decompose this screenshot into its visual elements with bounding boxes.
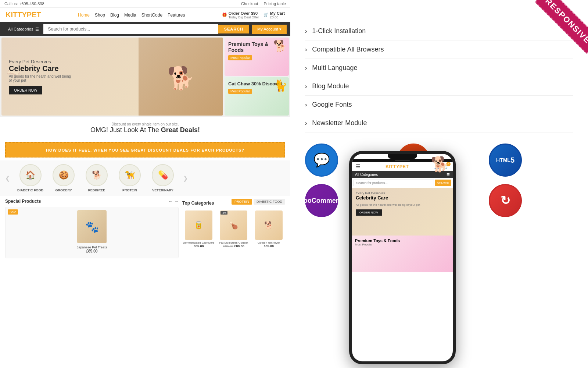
cart-value: £0.00 <box>270 15 285 19</box>
hero-content: Every Pet Deserves Celebrity Care All go… <box>9 59 75 95</box>
special-nav-arrows: ← → <box>168 199 179 204</box>
account-button[interactable]: My Account ▾ <box>252 25 287 34</box>
category-pedigree[interactable]: 🐕 PEDIGREE <box>84 164 110 192</box>
nav-media[interactable]: Media <box>124 13 136 18</box>
hero-main: 🦴 Every Pet Deserves Celebrity Care All … <box>1 38 223 116</box>
diabetic-label: DIABETIC FOOD <box>17 188 43 192</box>
order-now-button[interactable]: ORDER NOW <box>9 86 42 95</box>
deals-subtitle: Discount on every single item on our sit… <box>5 122 285 126</box>
menu-icon: ☰ <box>35 27 39 32</box>
cart-label: My Cart <box>270 11 285 15</box>
header: KITTYPET Home Shop Blog Media ShortCode … <box>0 8 290 22</box>
cat-prev-arrow[interactable]: ❮ <box>5 175 10 182</box>
small-product-img-1: 🥫 <box>185 210 212 240</box>
logo: KITTYPET <box>6 11 41 19</box>
sale-badge: Sale <box>8 209 18 215</box>
phone-order-button[interactable]: ORDER NOW <box>356 209 382 216</box>
phone-hero: Every Pet Deserves Celebrity Care All go… <box>352 188 453 236</box>
top-bar: Call us: +605-450-538 Checkout Pricing t… <box>0 0 290 8</box>
hero-subtitle: Every Pet Deserves <box>9 59 75 64</box>
categories-label: All Categories <box>8 27 33 31</box>
special-next[interactable]: → <box>174 199 179 204</box>
grocery-label: GROCERY <box>55 188 72 192</box>
tab-protein[interactable]: PROTEIN <box>232 199 252 205</box>
cart-icon-item[interactable]: 🛒 My Cart £0.00 <box>263 11 285 19</box>
small-product-1[interactable]: 🥫 Domesticated Carnivore £85.00 <box>182 210 215 248</box>
special-product-card[interactable]: Sale 🐾 Japanese Pet Treats £85.00 <box>5 207 179 258</box>
feature-5: › Google Fonts <box>305 96 573 114</box>
tech-icon-woo[interactable]: WooCommerce <box>305 184 338 217</box>
nav-features[interactable]: Features <box>168 13 185 18</box>
feature-label-4: Blog Module <box>312 82 349 90</box>
search-button[interactable]: SEARCH <box>218 25 249 33</box>
product-name: Japanese Pet Treats <box>8 245 175 249</box>
grocery-icon: 🍪 <box>53 164 75 186</box>
category-protein[interactable]: 🦮 PROTEIN <box>117 164 143 192</box>
product-grid: 🥫 Domesticated Carnivore £85.00 -6% 🍗 Fa… <box>182 210 285 248</box>
arrow-icon-4: › <box>305 83 307 90</box>
tech-icon-html5[interactable]: HTML5 <box>489 144 522 177</box>
old-price: £86.00 <box>223 244 233 248</box>
category-veterinary[interactable]: 💊 VETERINARY <box>150 164 176 192</box>
logo-pet: PET <box>27 11 41 19</box>
nav-blog[interactable]: Blog <box>110 13 119 18</box>
small-product-img-3: 🐕 <box>255 210 283 240</box>
small-product-name-1: Domesticated Carnivore <box>182 241 215 244</box>
feature-label-2: Compatible All Browsers <box>312 46 384 53</box>
nav-shop[interactable]: Shop <box>95 13 105 18</box>
call-us: Call us: +605-450-538 <box>4 1 44 6</box>
most-popular-badge-2: Most Popular <box>228 89 252 94</box>
logo-kitty: KITTY <box>6 11 27 19</box>
arrow-icon-3: › <box>305 65 307 71</box>
most-popular-badge: Most Popular <box>228 55 252 60</box>
top-categories: Top Categories PROTEIN DIABETIC FOOD 🥫 D… <box>182 199 285 258</box>
top-cat-header: Top Categories PROTEIN DIABETIC FOOD <box>182 199 285 208</box>
category-grocery[interactable]: 🍪 GROCERY <box>51 164 76 192</box>
preview-panel: Call us: +605-450-538 Checkout Pricing t… <box>0 0 290 368</box>
small-product-name-3: Golden Retriever <box>252 241 285 244</box>
phone-logo-pet: PET <box>399 164 409 169</box>
phone-search-button[interactable]: SEARCH <box>435 180 451 186</box>
checkout-link[interactable]: Checkout <box>241 1 258 6</box>
arrow-icon-2: › <box>305 46 307 53</box>
small-product-img-2: -6% 🍗 <box>220 210 247 240</box>
phone-mockup: ☰ KITTYPET 👤 🛒0 All Categories ☰ <box>349 151 467 368</box>
product-image: 🐾 <box>77 210 107 243</box>
phone-logo-kitty: KITTY <box>386 164 399 169</box>
category-diabetic[interactable]: 🏠 DIABETIC FOOD <box>17 164 43 192</box>
search-input[interactable] <box>43 24 218 34</box>
hero-side-cat: Cat Chaw 30% Discount 🐈 Most Popular <box>225 77 289 116</box>
pricing-link[interactable]: Pricing table <box>263 1 286 6</box>
feature-6: › Newsletter Module <box>305 114 573 132</box>
small-product-price-3: £85.00 <box>252 244 285 248</box>
special-prev[interactable]: ← <box>168 199 173 204</box>
product-price: £85.00 <box>8 249 175 253</box>
nav-shortcode[interactable]: ShortCode <box>141 13 162 18</box>
nav-home[interactable]: Home <box>78 13 90 18</box>
small-product-3[interactable]: 🐕 Golden Retriever £85.00 <box>252 210 285 248</box>
phone-logo: KITTYPET <box>386 164 409 169</box>
pedigree-label: PEDIGREE <box>88 188 105 192</box>
tech-icon-chat[interactable]: 💬 <box>305 144 338 177</box>
categories-button[interactable]: All Categories ☰ <box>4 25 43 34</box>
gift-icon: 🎁 <box>222 13 227 17</box>
special-title: Special Products <box>5 199 41 204</box>
new-price: £80.00 <box>234 244 244 248</box>
products-section: Special Products ← → Sale 🐾 Japanese Pet… <box>0 196 290 261</box>
tech-icon-refresh[interactable]: ↻ <box>489 184 522 217</box>
small-product-name-2: Fat Molecules Consist <box>217 241 250 244</box>
special-products: Special Products ← → Sale 🐾 Japanese Pet… <box>5 199 179 258</box>
cat-next-arrow[interactable]: ❯ <box>183 175 188 182</box>
phone-categories-label: All Categories <box>355 173 378 177</box>
top-cat-title: Top Categories <box>182 201 214 206</box>
feature-4: › Blog Module <box>305 77 573 96</box>
hero-side: Premium Toys & Foods 🐕 Most Popular Cat … <box>225 38 289 116</box>
small-product-2[interactable]: -6% 🍗 Fat Molecules Consist £86.00 £80.0… <box>217 210 250 248</box>
deals-title: OMG! Just Look At The Great Deals! <box>5 126 285 134</box>
tab-diabetic[interactable]: DIABETIC FOOD <box>254 199 285 205</box>
small-product-price-1: £85.00 <box>182 244 215 248</box>
feature-label-3: Multi Language <box>312 64 357 72</box>
phone-search-input[interactable] <box>354 180 434 186</box>
arrow-icon-5: › <box>305 102 307 108</box>
hero-title: Celebrity Care <box>9 64 75 73</box>
